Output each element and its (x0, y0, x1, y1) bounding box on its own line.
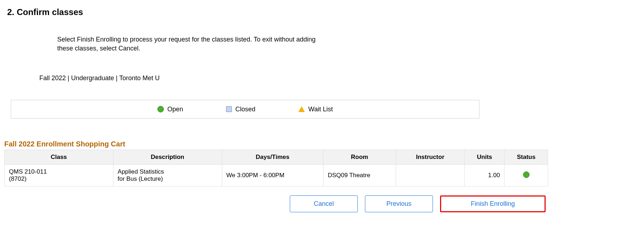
instructions-text: Select Finish Enrolling to process your … (57, 35, 318, 53)
col-header-instructor: Instructor (396, 150, 464, 165)
legend-closed: Closed (226, 106, 255, 113)
table-header-row: Class Description Days/Times Room Instru… (5, 150, 548, 165)
legend-label: Closed (235, 106, 255, 113)
legend-label: Open (167, 106, 183, 113)
col-header-daytimes: Days/Times (222, 150, 323, 165)
closed-icon (226, 106, 232, 112)
col-header-units: Units (465, 150, 504, 165)
legend-label: Wait List (308, 106, 333, 113)
legend-waitlist: Wait List (298, 106, 333, 113)
class-number: (8702) (9, 175, 109, 183)
step-number: 2. (7, 7, 14, 17)
col-header-status: Status (504, 150, 548, 165)
cell-room: DSQ09 Theatre (323, 165, 396, 187)
cell-status (504, 165, 548, 187)
open-icon (157, 106, 164, 112)
cell-class: QMS 210-011 (8702) (5, 165, 113, 187)
col-header-class: Class (5, 150, 113, 165)
page-heading: 2. Confirm classes (7, 7, 640, 17)
step-title: Confirm classes (17, 7, 83, 17)
cell-units: 1.00 (465, 165, 504, 187)
open-icon (523, 171, 530, 178)
context-line: Fall 2022 | Undergraduate | Toronto Met … (39, 74, 640, 82)
previous-button[interactable]: Previous (365, 195, 433, 212)
col-header-description: Description (113, 150, 222, 165)
enrollment-cart-table: Class Description Days/Times Room Instru… (4, 150, 548, 187)
status-legend: Open Closed Wait List (11, 100, 479, 118)
desc-line: Applied Statistics (118, 168, 218, 175)
cancel-button[interactable]: Cancel (290, 195, 358, 212)
waitlist-icon (298, 106, 305, 112)
cell-daytimes: We 3:00PM - 6:00PM (222, 165, 323, 187)
legend-open: Open (157, 106, 183, 113)
cell-description: Applied Statistics for Bus (Lecture) (113, 165, 222, 187)
finish-enrolling-button[interactable]: Finish Enrolling (440, 195, 546, 212)
button-row: Cancel Previous Finish Enrolling (290, 195, 640, 212)
table-row: QMS 210-011 (8702) Applied Statistics fo… (5, 165, 548, 187)
cell-instructor (396, 165, 464, 187)
cart-title: Fall 2022 Enrollment Shopping Cart (4, 140, 640, 148)
col-header-room: Room (323, 150, 396, 165)
desc-line: for Bus (Lecture) (118, 175, 218, 183)
class-code: QMS 210-011 (9, 168, 109, 175)
